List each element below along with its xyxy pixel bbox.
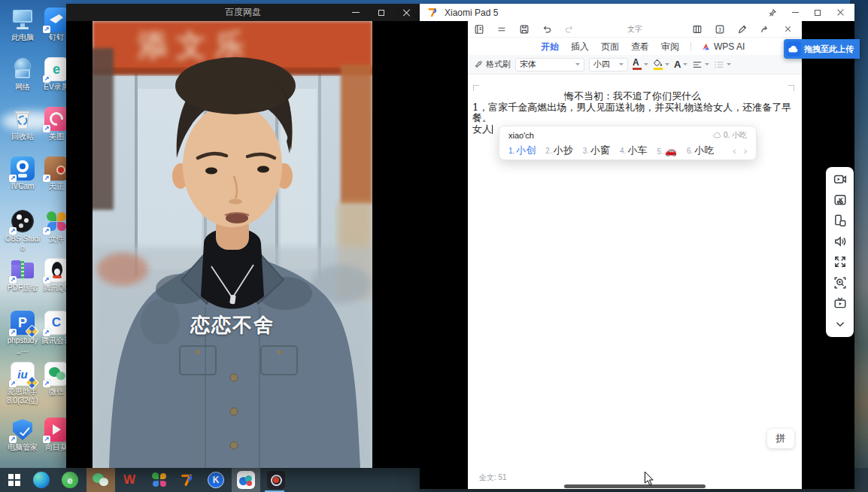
close-button[interactable] [394,4,420,21]
wps-icon: W [123,472,135,487]
maximize-button[interactable] [806,4,829,21]
screenshot-button[interactable] [833,193,848,208]
desktop-icon-ivcam[interactable]: ↗ IVCam [5,156,41,191]
font-name-select[interactable]: 宋体 [515,58,584,71]
font-color-button[interactable]: A [633,59,648,70]
cast-side-toolbar [826,167,854,337]
taskbar-wechat[interactable] [86,468,115,492]
desktop-icon-pc-manager[interactable]: ↗ 电脑管家 [5,418,41,452]
font-color-bar [633,68,642,70]
taskbar-mi-share[interactable] [173,468,202,492]
desktop-icon-pdf-zip[interactable]: ↗ PDF压缩 [5,258,41,293]
tab-view[interactable]: 查看 [630,39,650,55]
video-window-titlebar[interactable]: 百度网盘 [66,4,420,21]
taskbar-wps[interactable]: W [115,468,144,492]
chevron-down-icon [619,63,624,68]
desktop-icon-label: OBS Studio [5,235,41,252]
wps-ai-button[interactable]: WPS AI [702,41,745,52]
desktop-icon-label: 回收站 [5,132,41,141]
character-style-button[interactable]: A [674,60,687,68]
shortcut-arrow-badge: ↗ [9,276,17,284]
start-button[interactable] [0,468,29,492]
maximize-button[interactable] [369,4,394,21]
pen-icon [737,24,748,35]
browser-360-icon: e [62,472,78,488]
ime-candidate-4[interactable]: 4.小车 [620,144,647,157]
cast-screen-button[interactable] [833,296,848,311]
desktop-icon-obs[interactable]: ↗ OBS Studio [5,209,41,252]
netdisk-upload-dropzone[interactable]: 拖拽至此上传 [784,39,860,59]
taskbar-360-browser[interactable]: e [56,468,84,492]
page-number-icon: 3 [715,24,725,35]
close-document-button[interactable] [776,24,799,35]
wechat-icon [92,472,110,488]
chevron-down-icon [683,63,687,68]
desktop-icon-label: 电脑管家 [5,443,41,452]
desktop-icon-network[interactable]: 网络 [5,57,41,92]
format-painter-label: 格式刷 [486,59,511,70]
taskbar-edge[interactable] [27,468,56,492]
xiaomi-pad-window: Xiaomi Pad 5 [420,4,854,489]
page-corner-mark [473,85,479,91]
page-number-button[interactable]: 3 [709,24,731,35]
ime-next-page-button[interactable]: › [744,145,747,156]
rotate-device-button[interactable] [833,213,848,228]
tab-review[interactable]: 审阅 [660,39,680,55]
zoom-in-button[interactable] [833,275,848,290]
pad-window-title: Xiaomi Pad 5 [445,8,498,18]
highlight-color-bar [654,68,663,70]
ime-candidate-2[interactable]: 2.小抄 [545,144,572,157]
close-button[interactable] [829,4,851,21]
ime-composition: xiao'ch [508,131,534,140]
taskbar-clover-app[interactable] [145,468,174,492]
close-icon [783,24,793,34]
bullet-list-button[interactable] [714,60,731,69]
minimize-button[interactable] [784,4,806,21]
ime-cloud-candidate[interactable]: 0. 小吃 [713,130,747,141]
share-button[interactable] [754,24,776,35]
cloud-icon [713,132,721,138]
tab-insert[interactable]: 插入 [570,39,590,55]
desktop-icon-aisi[interactable]: iu ↗ 爱思助手 8.0(32位) [5,362,41,405]
format-painter-button[interactable]: 格式刷 [474,59,511,70]
ime-prev-page-button[interactable]: ‹ [733,145,736,156]
ime-candidate-6[interactable]: 6.小吃 [687,144,714,157]
ime-pinyin-badge[interactable]: 拼 [767,429,794,448]
highlight-color-button[interactable] [653,59,669,70]
tab-page[interactable]: 页面 [600,39,620,55]
shortcut-arrow-badge: ↗ [43,329,50,336]
edit-pen-button[interactable] [731,24,754,35]
desktop-icon-label: 网络 [5,83,41,92]
taskbar-screen-record[interactable] [262,468,290,492]
screen-record-button[interactable] [833,172,848,187]
ime-candidate-3[interactable]: 3.小窗 [583,144,610,157]
fullscreen-button[interactable] [833,254,848,269]
ime-candidate-1[interactable]: 1.小创 [508,144,536,157]
desktop-icon-label: 此电脑 [5,33,41,42]
page-layout-button[interactable] [686,24,709,35]
horizontal-scrollbar[interactable] [564,484,706,488]
mi-share-icon [180,472,195,487]
video-player-area[interactable]: 添 文 乐 [66,21,420,468]
this-pc-icon [11,8,35,32]
tencent-meeting-icon: C ↗ [44,311,68,335]
taskbar-baidu-netdisk[interactable] [232,468,260,492]
dingtalk-icon: ↗ [44,8,68,32]
tab-home[interactable]: 开始 [540,39,560,55]
shortcut-arrow-badge: ↗ [9,329,17,336]
cast-tv-icon [833,296,847,310]
minimize-button[interactable] [343,4,369,21]
pad-window-titlebar[interactable]: Xiaomi Pad 5 [420,4,854,21]
collapse-toolbar-button[interactable] [833,317,848,332]
desktop-icon-phpstudy[interactable]: P ↗ phpstudy_… [5,311,41,354]
desktop-icon-this-pc[interactable]: 此电脑 [5,8,41,42]
taskbar-kingsoft[interactable]: K [202,468,230,492]
pin-button[interactable] [761,4,784,21]
volume-button[interactable] [833,234,848,249]
ime-candidate-5[interactable]: 5.🚗 [657,145,677,156]
font-size-select[interactable]: 小四 [589,58,628,71]
alignment-button[interactable] [692,60,709,69]
recycle-bin-icon [11,107,35,131]
aisi-assistant-icon: iu ↗ [11,362,35,386]
desktop-icon-recycle-bin[interactable]: 回收站 [5,107,41,141]
